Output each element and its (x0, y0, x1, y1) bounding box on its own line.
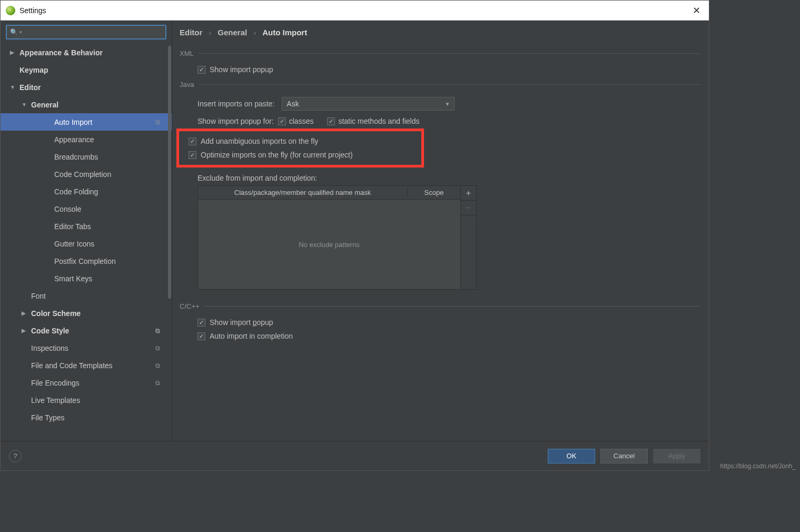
static-checkbox[interactable] (327, 117, 335, 125)
sidebar-item-label: Appearance (54, 135, 94, 144)
sidebar-item-label: Breadcrumbs (54, 153, 98, 161)
breadcrumb-editor[interactable]: Editor (180, 28, 202, 37)
breadcrumb-general[interactable]: General (218, 28, 247, 37)
remove-exclude-button[interactable]: − (461, 201, 476, 215)
cpp-auto-import-checkbox[interactable] (197, 332, 205, 340)
sidebar-item-label: Appearance & Behavior (19, 48, 103, 57)
expand-arrow-icon: ▶ (22, 310, 29, 316)
exclude-table: Class/package/member qualified name mask… (197, 185, 477, 290)
sidebar-item-code-folding[interactable]: Code Folding (1, 183, 172, 200)
chevron-down-icon: ▼ (445, 101, 450, 107)
sidebar-item-code-style[interactable]: ▶Code Style⧉ (1, 322, 172, 339)
sidebar-scrollbar[interactable] (167, 46, 172, 441)
section-cpp-title: C/C++ (180, 302, 200, 310)
watermark: https://blog.csdn.net/Jonh_ (720, 462, 796, 470)
section-xml: XML (180, 50, 699, 57)
xml-show-import-popup-checkbox[interactable] (197, 66, 205, 74)
sidebar-item-label: Console (54, 205, 81, 213)
xml-show-import-popup-label: Show import popup (210, 65, 273, 74)
dialog-footer: ? OK Cancel Apply (1, 441, 709, 470)
exclude-col-scope[interactable]: Scope (408, 189, 460, 196)
sidebar-item-label: File Encodings (31, 379, 80, 387)
sidebar-item-label: Font (31, 292, 46, 300)
sidebar-item-file-and-code-templates[interactable]: File and Code Templates⧉ (1, 357, 172, 374)
add-unambiguous-checkbox[interactable] (189, 137, 196, 145)
sidebar-item-auto-import[interactable]: Auto Import⧉ (1, 113, 172, 131)
sidebar-item-label: Code Folding (54, 188, 98, 196)
expand-arrow-icon: ▶ (22, 328, 29, 333)
sidebar-item-live-templates[interactable]: Live Templates (1, 391, 172, 409)
settings-window: Settings ✕ 🔍 ▾ ▶Appearance & BehaviorKey… (0, 0, 709, 471)
sidebar-item-label: Code Style (31, 327, 69, 335)
window-title: Settings (19, 6, 46, 15)
sidebar-item-general[interactable]: ▼General (1, 96, 172, 113)
sidebar-item-label: File and Code Templates (31, 361, 113, 370)
project-scope-icon: ⧉ (155, 327, 160, 334)
show-import-for-label: Show import popup for: (197, 117, 274, 125)
sidebar-item-inspections[interactable]: Inspections⧉ (1, 339, 172, 357)
chevron-right-icon: › (209, 28, 211, 37)
project-scope-icon: ⧉ (155, 362, 160, 369)
cpp-show-import-popup-checkbox[interactable] (197, 319, 205, 327)
section-xml-title: XML (180, 50, 194, 57)
sidebar-item-postfix-completion[interactable]: Postfix Completion (1, 252, 172, 270)
breadcrumb: Editor › General › Auto Import (172, 21, 709, 43)
static-label: static methods and fields (338, 117, 419, 125)
classes-checkbox[interactable] (278, 117, 286, 125)
insert-imports-select[interactable]: Ask ▼ (282, 97, 455, 111)
sidebar-item-label: Code Completion (54, 170, 111, 179)
sidebar-item-breadcrumbs[interactable]: Breadcrumbs (1, 148, 172, 165)
sidebar-item-label: Editor (19, 83, 41, 92)
sidebar-item-file-encodings[interactable]: File Encodings⧉ (1, 374, 172, 391)
optimize-imports-checkbox[interactable] (189, 151, 196, 159)
chevron-right-icon: › (253, 28, 256, 37)
sidebar-item-label: Color Scheme (31, 309, 81, 318)
sidebar-item-smart-keys[interactable]: Smart Keys (1, 270, 172, 287)
sidebar-item-label: File Types (31, 413, 65, 422)
sidebar-item-label: Auto Import (54, 118, 92, 126)
exclude-col-mask[interactable]: Class/package/member qualified name mask (198, 189, 408, 196)
sidebar-item-code-completion[interactable]: Code Completion (1, 165, 172, 183)
sidebar-item-label: General (31, 101, 58, 109)
add-exclude-button[interactable]: + (461, 186, 476, 201)
sidebar-item-label: Smart Keys (54, 274, 92, 283)
sidebar-item-label: Inspections (31, 344, 68, 352)
project-scope-icon: ⧉ (155, 379, 160, 387)
sidebar-item-label: Keymap (19, 66, 48, 74)
breadcrumb-auto-import: Auto Import (262, 28, 307, 37)
sidebar-item-gutter-icons[interactable]: Gutter Icons (1, 235, 172, 252)
close-icon[interactable]: ✕ (689, 5, 704, 16)
cancel-button[interactable]: Cancel (600, 449, 648, 464)
insert-imports-value: Ask (287, 100, 299, 108)
sidebar-item-label: Editor Tabs (54, 222, 91, 231)
settings-tree: ▶Appearance & BehaviorKeymap▼Editor▼Gene… (1, 44, 172, 441)
ok-button[interactable]: OK (548, 449, 595, 464)
chevron-down-icon: ▾ (19, 29, 22, 35)
sidebar-item-editor[interactable]: ▼Editor (1, 78, 172, 96)
cpp-show-import-popup-label: Show import popup (210, 318, 273, 327)
sidebar-item-label: Postfix Completion (54, 257, 116, 265)
sidebar-item-appearance[interactable]: Appearance (1, 131, 172, 148)
sidebar-item-editor-tabs[interactable]: Editor Tabs (1, 218, 172, 235)
highlight-annotation: Add unambiguous imports on the fly Optim… (176, 129, 424, 168)
titlebar: Settings ✕ (1, 1, 709, 21)
search-icon: 🔍 (10, 28, 18, 36)
sidebar-item-label: Live Templates (31, 396, 80, 405)
section-java-title: Java (180, 81, 194, 88)
cpp-auto-import-label: Auto import in completion (210, 332, 293, 340)
optimize-imports-label: Optimize imports on the fly (for current… (201, 151, 353, 159)
sidebar-item-keymap[interactable]: Keymap (1, 61, 172, 78)
sidebar-item-color-scheme[interactable]: ▶Color Scheme (1, 304, 172, 322)
expand-arrow-icon: ▶ (10, 50, 17, 55)
section-cpp: C/C++ (180, 302, 699, 310)
help-icon[interactable]: ? (9, 450, 22, 462)
exclude-label: Exclude from import and completion: (180, 168, 699, 185)
sidebar-item-font[interactable]: Font (1, 287, 172, 304)
search-input[interactable]: 🔍 ▾ (6, 25, 166, 40)
expand-arrow-icon: ▼ (10, 84, 17, 90)
sidebar-item-file-types[interactable]: File Types (1, 409, 172, 426)
sidebar-item-appearance-behavior[interactable]: ▶Appearance & Behavior (1, 44, 172, 61)
settings-panel: XML Show import popup Java Insert import… (172, 43, 709, 441)
apply-button[interactable]: Apply (653, 449, 700, 464)
sidebar-item-console[interactable]: Console (1, 200, 172, 218)
